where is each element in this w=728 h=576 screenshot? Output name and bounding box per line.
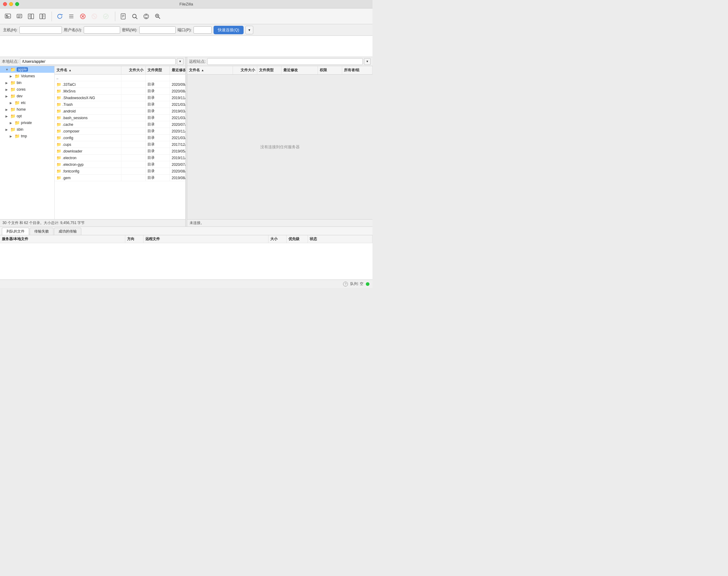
transfer-queue-area: 服务器/本地文件 方向 远程文件 大小 优先级 状态 [0,235,372,280]
remote-col-type[interactable]: 文件类型 [257,66,281,74]
quick-connect-dropdown[interactable]: ▾ [245,26,253,34]
file-name-cell: 📁 .electron-gyp [55,161,121,168]
panels-area: 本地站点: ▾ ▼📁apple▶📁Volumes▶📁bin▶📁cores▶📁de… [0,57,372,227]
file-type-cell: 目录 [146,154,170,161]
file-size-cell [121,108,146,114]
local-file-header: 文件名 ▲ 文件大小 文件类型 最近修改 [55,66,185,75]
table-row[interactable]: 📁 .cache目录2020/07/09 08... [55,121,185,128]
file-name-text: .fontconfig [62,169,79,173]
bookmark-button[interactable] [118,11,129,22]
help-icon[interactable]: ? [343,282,348,287]
pass-input[interactable] [139,26,176,34]
table-row[interactable]: 📁 .MxSrvs目录2020/08/24 0... [55,88,185,94]
remote-col-size[interactable]: 文件大小 [233,66,257,74]
quick-connect-button[interactable]: 快速连接(Q) [214,26,244,34]
sync-button[interactable] [141,11,152,22]
file-size-cell [121,121,146,127]
remote-col-modified[interactable]: 最近修改 [281,66,318,74]
tree-item-etc[interactable]: ▶📁etc [0,99,54,106]
close-button[interactable] [3,2,7,6]
file-name-cell: 📁 .bash_sessions [55,115,121,121]
tree-item-tmp[interactable]: ▶📁tmp [0,133,54,140]
confirm-button[interactable] [101,11,111,22]
remote-location-input[interactable] [207,58,363,65]
table-row[interactable]: 📁 .electron目录2019/11/13 22... [55,154,185,161]
minimize-button[interactable] [9,2,13,6]
stop-button[interactable] [77,11,88,22]
queue-tab-queued-files[interactable]: 列队的文件 [2,228,29,235]
table-row[interactable]: 📁 .android目录2019/03/08 21... [55,108,185,115]
folder-icon: 📁 [56,169,61,173]
file-modified-cell: 2017/12/25 14 [170,141,185,148]
file-size-cell [121,154,146,161]
folder-icon: 📁 [56,142,61,147]
tree-item-home[interactable]: ▶📁home [0,106,54,113]
tree-toggle-icon: ▼ [5,68,10,71]
stop-queue-button[interactable] [89,11,100,22]
port-input[interactable] [194,26,212,34]
tree-item-volumes[interactable]: ▶📁Volumes [0,73,54,80]
table-row[interactable]: 📁 .electron-gyp目录2020/07/13 16... [55,161,185,168]
toggle-message-log-button[interactable] [14,11,25,22]
local-col-name[interactable]: 文件名 ▲ [55,66,121,74]
file-name-text: .cups [62,143,71,147]
file-type-cell: 目录 [146,94,170,101]
queue-tab-failed-transfers[interactable]: 传输失败 [30,228,53,235]
local-location-input[interactable] [20,58,176,65]
table-row[interactable]: 📁 .bash_sessions目录2021/03/05 14... [55,115,185,121]
remote-col-owner[interactable]: 所有者/组 [342,66,372,74]
folder-icon: 📁 [10,94,16,98]
table-row[interactable]: 📁 .config目录2021/03/06 21... [55,135,185,141]
svg-rect-27 [121,13,125,19]
table-row[interactable]: .. [55,75,185,81]
queue-tab-successful-transfers[interactable]: 成功的传输 [54,228,81,235]
file-type-cell: 目录 [146,161,170,168]
table-row[interactable]: 📁 .fontconfig目录2020/08/13 20... [55,168,185,175]
table-row[interactable]: 📁 .cups目录2017/12/25 14... [55,141,185,148]
user-label: 用户名(U): [64,27,82,33]
remote-col-name[interactable]: 文件名 ▲ [187,66,233,74]
bottom-status-bar: ? 队列: 空 [0,280,372,288]
file-size-cell [121,148,146,154]
site-manager-button[interactable] [2,11,13,22]
tree-item-sbin[interactable]: ▶📁sbin [0,126,54,133]
file-size-cell [121,88,146,94]
tree-item-opt[interactable]: ▶📁opt [0,113,54,119]
process-queue-button[interactable] [66,11,77,22]
tree-item-label: bin [17,81,22,85]
table-row[interactable]: 📁 .composer目录2020/11/22 17... [55,128,185,135]
file-name-cell: 📁 .cache [55,121,121,127]
table-row[interactable]: 📁 .ShadowsocksX-NG目录2019/11/06 21... [55,94,185,101]
search-button[interactable] [129,11,140,22]
find-button[interactable] [152,11,163,22]
file-name-cell: 📁 .MxSrvs [55,88,121,94]
tree-item-apple[interactable]: ▼📁apple [0,66,54,73]
table-row[interactable]: 📁 .33TaiCi目录2020/09/25 09... [55,81,185,88]
file-name-text: .electron [62,156,77,160]
local-col-size[interactable]: 文件大小 [121,66,146,74]
remote-location-dropdown[interactable]: ▾ [364,58,371,65]
local-location-dropdown[interactable]: ▾ [177,58,184,65]
local-panel: 本地站点: ▾ ▼📁apple▶📁Volumes▶📁bin▶📁cores▶📁de… [0,57,185,227]
pass-label: 密码(W): [122,27,137,33]
tree-item-dev[interactable]: ▶📁dev [0,93,54,99]
host-input[interactable] [20,26,62,34]
remote-col-perms[interactable]: 权限 [318,66,342,74]
folder-icon: 📁 [56,162,61,167]
tree-item-cores[interactable]: ▶📁cores [0,86,54,93]
user-input[interactable] [84,26,120,34]
refresh-button[interactable] [54,11,65,22]
table-row[interactable]: 📁 .downloader目录2019/05/07 21... [55,148,185,154]
maximize-button[interactable] [15,2,19,6]
tree-item-private[interactable]: ▶📁private [0,119,54,126]
queue-section: 列队的文件传输失败成功的传输 服务器/本地文件 方向 远程文件 大小 优先级 [0,227,372,280]
folder-icon: 📁 [10,114,16,118]
tree-item-label: tmp [21,134,27,138]
toggle-local-tree-button[interactable] [26,11,36,22]
table-row[interactable]: 📁 .gem目录2019/08/20 21... [55,175,185,181]
tree-item-label: home [17,107,26,112]
toggle-remote-tree-button[interactable] [37,11,48,22]
tree-item-bin[interactable]: ▶📁bin [0,80,54,86]
local-col-type[interactable]: 文件类型 [146,66,170,74]
table-row[interactable]: 📁 .Trash目录2021/03/06 20... [55,101,185,108]
